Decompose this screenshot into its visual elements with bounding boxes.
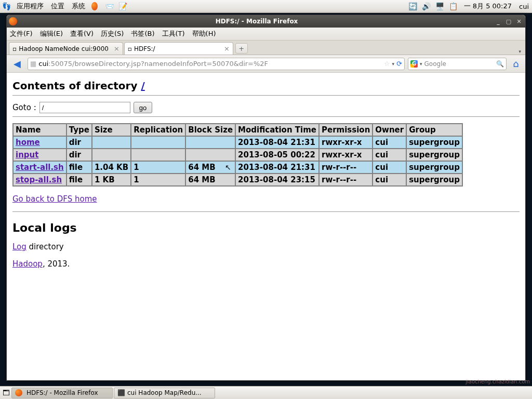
show-desktop-icon[interactable]: 🗔 bbox=[2, 389, 10, 397]
menu-tools[interactable]: 工具(T) bbox=[162, 29, 185, 38]
file-link[interactable]: stop-all.sh bbox=[16, 175, 62, 184]
file-link[interactable]: start-all.sh bbox=[16, 163, 64, 172]
table-cell: input bbox=[13, 149, 66, 161]
tab-label: Hadoop NameNode cui:9000 bbox=[19, 45, 109, 52]
directory-table: Name Type Size Replication Block Size Mo… bbox=[12, 123, 463, 187]
table-cell: rwxr-xr-x bbox=[319, 136, 373, 149]
gnome-top-panel: 👣 应用程序 位置 系统 📨 📝 🔄 🔊 🖥️ 📋 一 8月 5 00:27 c… bbox=[0, 0, 532, 13]
table-cell: supergroup bbox=[406, 174, 462, 186]
table-cell: cui bbox=[373, 174, 406, 186]
close-button[interactable]: ✕ bbox=[515, 18, 523, 25]
divider bbox=[12, 95, 520, 96]
user-menu[interactable]: cui bbox=[518, 3, 530, 10]
heading-root-link[interactable]: / bbox=[141, 79, 144, 92]
new-tab-button[interactable]: + bbox=[235, 43, 248, 54]
tab-close-icon[interactable]: × bbox=[111, 45, 119, 52]
table-cell: file bbox=[66, 161, 92, 174]
url-bar[interactable]: ▦ cui:50075/browseDirectory.jsp?namenode… bbox=[28, 58, 405, 70]
menu-applications[interactable]: 应用程序 bbox=[16, 2, 45, 11]
table-cell: 1.04 KB bbox=[92, 161, 131, 174]
maximize-button[interactable]: ▢ bbox=[504, 18, 513, 25]
goto-input[interactable] bbox=[39, 102, 130, 113]
menu-help[interactable]: 帮助(H) bbox=[192, 29, 216, 38]
menu-file[interactable]: 文件(F) bbox=[10, 29, 33, 38]
search-bar[interactable]: G ▾ Google 🔍 bbox=[408, 58, 507, 70]
clock[interactable]: 一 8月 5 00:27 bbox=[463, 2, 513, 11]
table-row: homedir2013-08-04 21:31rwxr-xr-xcuisuper… bbox=[13, 136, 462, 149]
col-group: Group bbox=[406, 124, 462, 136]
window-titlebar[interactable]: HDFS:/ - Mozilla Firefox _ ▢ ✕ bbox=[7, 15, 525, 28]
firefox-icon bbox=[15, 389, 22, 396]
col-permission: Permission bbox=[319, 124, 373, 136]
menu-history[interactable]: 历史(S) bbox=[101, 29, 124, 38]
table-cell: rw-r--r-- bbox=[319, 174, 373, 186]
notes-launcher-icon[interactable]: 📝 bbox=[118, 2, 127, 10]
file-link[interactable]: input bbox=[16, 150, 38, 159]
menu-bookmarks[interactable]: 书签(B) bbox=[131, 29, 154, 38]
clipboard-icon[interactable]: 📋 bbox=[449, 2, 458, 10]
url-history-dropdown[interactable]: ▾ bbox=[392, 61, 395, 66]
tab-bar: ▫ Hadoop NameNode cui:9000 × ▫ HDFS:/ × … bbox=[7, 41, 525, 55]
log-link[interactable]: Log bbox=[12, 242, 26, 251]
gnome-bottom-panel: 🗔 HDFS:/ - Mozilla Firefox ⬛ cui Hadoop … bbox=[0, 386, 532, 399]
table-cell bbox=[92, 136, 131, 149]
search-engine-dropdown[interactable]: ▾ bbox=[420, 61, 422, 66]
taskbar-firefox[interactable]: HDFS:/ - Mozilla Firefox bbox=[11, 388, 113, 398]
binoculars-icon[interactable]: 🔍 bbox=[496, 60, 504, 68]
tab-hdfs[interactable]: ▫ HDFS:/ × bbox=[124, 42, 233, 55]
identity-icon[interactable]: ▦ bbox=[30, 60, 36, 68]
table-cell: 2013-08-04 23:15 bbox=[235, 174, 319, 186]
tabs-dropdown-button[interactable]: ▾ bbox=[516, 47, 523, 55]
minimize-button[interactable]: _ bbox=[494, 18, 502, 25]
table-cell: cui bbox=[373, 136, 406, 149]
col-block-size: Block Size bbox=[185, 124, 235, 136]
table-cell: 2013-08-04 21:31 bbox=[235, 161, 319, 174]
menu-system[interactable]: 系统 bbox=[71, 2, 86, 11]
mail-launcher-icon[interactable]: 📨 bbox=[105, 2, 113, 10]
col-name: Name bbox=[13, 124, 66, 136]
local-logs-heading: Local logs bbox=[12, 221, 520, 234]
update-icon[interactable]: 🔄 bbox=[409, 2, 417, 10]
tab-namenode[interactable]: ▫ Hadoop NameNode cui:9000 × bbox=[9, 42, 123, 55]
gnome-foot-icon[interactable]: 👣 bbox=[2, 2, 10, 10]
table-row: stop-all.shfile1 KB164 MB2013-08-04 23:1… bbox=[13, 174, 462, 186]
table-row: start-all.shfile1.04 KB164 MB2013-08-04 … bbox=[13, 161, 462, 174]
table-cell bbox=[92, 149, 131, 161]
back-to-dfs-link[interactable]: Go back to DFS home bbox=[12, 194, 97, 204]
table-row: inputdir2013-08-05 00:22rwxr-xr-xcuisupe… bbox=[13, 149, 462, 161]
watermark: jiaocheng.chazidian.com bbox=[466, 379, 530, 384]
go-button[interactable]: go bbox=[134, 102, 152, 113]
col-type: Type bbox=[66, 124, 92, 136]
table-header-row: Name Type Size Replication Block Size Mo… bbox=[13, 124, 462, 136]
table-cell: stop-all.sh bbox=[13, 174, 66, 186]
search-placeholder: Google bbox=[424, 60, 494, 68]
tab-favicon-icon: ▫ bbox=[12, 45, 17, 52]
menu-edit[interactable]: 编辑(E) bbox=[40, 29, 63, 38]
table-cell: 2013-08-05 00:22 bbox=[235, 149, 319, 161]
back-button[interactable]: ◀ bbox=[10, 57, 24, 71]
divider bbox=[12, 116, 520, 117]
file-link[interactable]: home bbox=[16, 138, 40, 147]
firefox-launcher-icon[interactable] bbox=[91, 2, 100, 10]
network-icon[interactable]: 🖥️ bbox=[436, 2, 444, 10]
nav-toolbar: ◀ ▦ cui:50075/browseDirectory.jsp?nameno… bbox=[7, 55, 525, 73]
table-cell: rw-r--r-- bbox=[319, 161, 373, 174]
table-cell: 64 MB bbox=[185, 174, 235, 186]
tab-close-icon[interactable]: × bbox=[221, 45, 230, 52]
volume-icon[interactable]: 🔊 bbox=[422, 2, 431, 10]
page-heading: Contents of directory / bbox=[12, 79, 520, 92]
table-cell: cui bbox=[373, 149, 406, 161]
menu-view[interactable]: 查看(V) bbox=[70, 29, 94, 38]
table-cell bbox=[131, 136, 185, 149]
hadoop-link[interactable]: Hadoop bbox=[12, 259, 43, 269]
terminal-icon: ⬛ bbox=[117, 389, 125, 396]
taskbar-terminal[interactable]: ⬛ cui Hadoop Map/Redu... bbox=[114, 388, 215, 398]
table-cell bbox=[185, 149, 235, 161]
home-button[interactable]: ⌂ bbox=[510, 58, 522, 70]
reload-button[interactable]: ⟳ bbox=[396, 60, 402, 68]
menu-places[interactable]: 位置 bbox=[50, 2, 65, 11]
window-title: HDFS:/ - Mozilla Firefox bbox=[19, 18, 494, 25]
table-cell: home bbox=[13, 136, 66, 149]
taskbar-label: cui Hadoop Map/Redu... bbox=[127, 389, 202, 396]
bookmark-star-icon[interactable]: ☆ bbox=[384, 60, 390, 68]
